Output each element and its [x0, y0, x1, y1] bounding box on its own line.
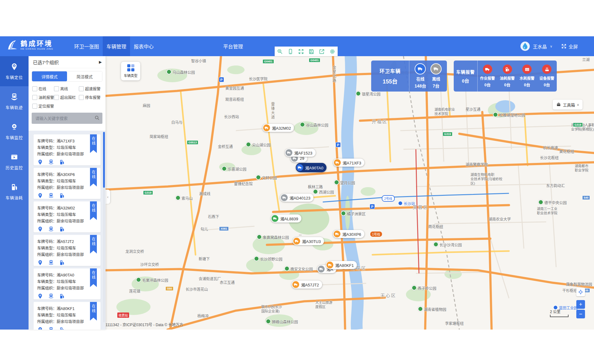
tab-simple-mode[interactable]: 简洁模式: [67, 71, 102, 81]
vehicle-type-button[interactable]: 车辆类型: [121, 62, 140, 80]
vehicle-marker[interactable]: 湘A30XP6: [333, 230, 364, 238]
gear-icon[interactable]: [329, 48, 335, 55]
sidebar-item[interactable]: 历史监控: [0, 146, 29, 177]
zoom-search-icon[interactable]: [277, 48, 283, 55]
fuel-record-icon[interactable]: [59, 226, 65, 233]
fuel-record-icon[interactable]: [59, 260, 65, 267]
menu-item-link[interactable]: 报表中心: [130, 36, 157, 56]
trajectory-icon[interactable]: [48, 226, 54, 233]
locate-vehicle-icon[interactable]: [37, 260, 43, 267]
fullscreen-button[interactable]: 全屏: [561, 43, 578, 50]
locate-button[interactable]: [576, 288, 585, 296]
vehicle-card[interactable]: 车牌号码：湘A57JT2车辆类型：垃圾压缩车所属组织：厨余垃圾项目部在线: [34, 235, 101, 266]
locate-vehicle-icon[interactable]: [37, 327, 43, 330]
toolbox-button[interactable]: 工具箱 ∨: [553, 100, 583, 110]
map-place-label: 湖南省植物园: [418, 306, 446, 312]
fuel-record-icon[interactable]: [59, 193, 65, 200]
map-place-label: 杨梅冲: [197, 313, 209, 318]
locate-vehicle-icon[interactable]: [37, 293, 43, 300]
search-icon[interactable]: [94, 115, 100, 121]
filter-checkbox[interactable]: 超速报警: [79, 86, 103, 92]
checkbox-icon[interactable]: [79, 95, 84, 100]
fuel-record-icon[interactable]: [59, 293, 65, 300]
vehicle-marker[interactable]: 湘AD40123: [280, 194, 313, 202]
tablet-icon[interactable]: [287, 48, 294, 55]
vehicle-marker[interactable]: 湘A80KF1: [326, 261, 357, 269]
expand-icon[interactable]: [298, 48, 304, 55]
truck-icon: [272, 215, 278, 222]
checkbox-icon[interactable]: [32, 104, 37, 109]
checkbox-icon[interactable]: [32, 95, 37, 100]
vehicle-field: 车牌号码：湘A80KF1: [37, 306, 97, 312]
sidebar-item[interactable]: 车辆轨迹: [0, 86, 29, 116]
nav-user-area: 王水晶 ∨ 全屏: [520, 36, 578, 56]
zoom-in-button[interactable]: +: [576, 300, 585, 309]
vehicle-card[interactable]: 车牌号码：湘A30XP6车辆类型：垃圾压缩车所属组织：厨余垃圾项目部在线: [34, 168, 101, 199]
vehicle-marker[interactable]: 湘A57JT2: [292, 281, 322, 289]
truck-icon: [334, 231, 340, 237]
tab-detail-mode[interactable]: 详情模式: [32, 71, 67, 81]
zoom-out-button[interactable]: −: [576, 310, 585, 318]
checkbox-icon[interactable]: [54, 86, 59, 91]
scrollbar-thumb[interactable]: [103, 132, 105, 188]
vehicle-card[interactable]: 车牌号码：湘A71XF3车辆类型：垃圾压缩车所属组织：厨余垃圾项目部在线: [34, 134, 101, 165]
locate-vehicle-icon[interactable]: [37, 193, 43, 200]
checkbox-icon[interactable]: [32, 86, 37, 91]
filter-checkbox[interactable]: 油耗报警: [32, 94, 53, 100]
filter-checkbox[interactable]: 定位报警: [32, 103, 53, 109]
vehicle-marker[interactable]: 湘A90TA0: [296, 163, 326, 172]
brand-subtitle: HE CHENG HUAN JING: [20, 47, 53, 50]
park-icon: [341, 211, 346, 216]
trajectory-icon[interactable]: [48, 260, 54, 267]
trajectory-icon[interactable]: [48, 293, 54, 300]
vehicle-card[interactable]: 车牌号码：湘A32M02车辆类型：垃圾压缩车所属组织：厨余垃圾项目部在线: [34, 201, 101, 232]
sidebar-item[interactable]: 车辆定位: [0, 56, 29, 86]
chevron-down-icon[interactable]: ∨: [550, 44, 552, 48]
map-place-label: 西湖公园: [313, 189, 334, 195]
marker-plate-label: 湘AD40123: [290, 195, 310, 201]
filter-checkbox[interactable]: 停车报警: [79, 94, 103, 100]
search-input[interactable]: [32, 113, 102, 124]
locate-vehicle-icon[interactable]: [37, 159, 43, 166]
org-header[interactable]: 已选7个组织 ▶: [29, 56, 106, 68]
save-icon[interactable]: [308, 48, 314, 55]
filter-checkbox[interactable]: 在线: [32, 86, 53, 92]
user-name[interactable]: 王水晶: [533, 43, 547, 50]
share-icon[interactable]: [319, 48, 325, 55]
trajectory-icon[interactable]: [48, 159, 54, 166]
vehicle-marker[interactable]: 湘A71XF3: [333, 159, 364, 167]
vehicle-card[interactable]: 车牌号码：湘A80KF1车辆类型：垃圾压缩车所属组织：厨余垃圾项目部在线: [34, 302, 101, 330]
park-icon: [412, 285, 417, 290]
panel-collapse-handle[interactable]: ‹: [106, 190, 110, 204]
truck-icon: [286, 149, 292, 156]
map-canvas[interactable]: ‹ 车辆类型 环卫车辆 155台 在线 148台: [106, 56, 594, 330]
locate-vehicle-icon[interactable]: [37, 226, 43, 233]
vehicle-marker[interactable]: 湘A32M02: [263, 124, 294, 132]
checkbox-icon[interactable]: [54, 95, 59, 100]
trajectory-icon[interactable]: [48, 327, 54, 330]
toolbox-label: 工具箱: [563, 102, 575, 108]
map-place-label: 湖南三一工业职业技术学院: [537, 207, 571, 216]
marker-plate-label: 湘AF1523: [294, 150, 313, 156]
org-expand-arrow-icon[interactable]: ▶: [99, 60, 102, 64]
park-icon: [166, 69, 172, 74]
filter-checkbox[interactable]: 超出围栏: [54, 94, 78, 100]
filter-checkbox[interactable]: 离线: [54, 86, 78, 92]
fuel-record-icon[interactable]: [59, 327, 65, 330]
sidebar-item[interactable]: 车辆监控: [0, 116, 29, 146]
sidebar-item[interactable]: 车辆油耗: [0, 177, 29, 207]
menu-item-active[interactable]: 车辆管理: [103, 36, 130, 56]
map-place-label: 麻园: [143, 103, 150, 108]
menu-item-link[interactable]: 环卫一张图: [70, 36, 103, 56]
user-avatar[interactable]: [520, 42, 530, 51]
vehicle-marker[interactable]: 湘AL8839: [271, 214, 301, 222]
map-place-label: 白马与: [171, 119, 182, 125]
vehicle-card[interactable]: 车牌号码：湘A90TA0车辆类型：垃圾压缩车所属组织：厨余垃圾项目部在线: [34, 268, 101, 299]
checkbox-icon[interactable]: [79, 86, 84, 91]
vehicle-marker[interactable]: 湘A30TU3: [293, 237, 324, 245]
filter-label: 超出围栏: [60, 94, 76, 100]
fuel-record-icon[interactable]: [59, 159, 65, 166]
trajectory-icon[interactable]: [48, 193, 54, 200]
menu-item-link[interactable]: 平台管理: [219, 36, 247, 56]
vehicle-marker[interactable]: 湘AF1523: [285, 149, 316, 157]
